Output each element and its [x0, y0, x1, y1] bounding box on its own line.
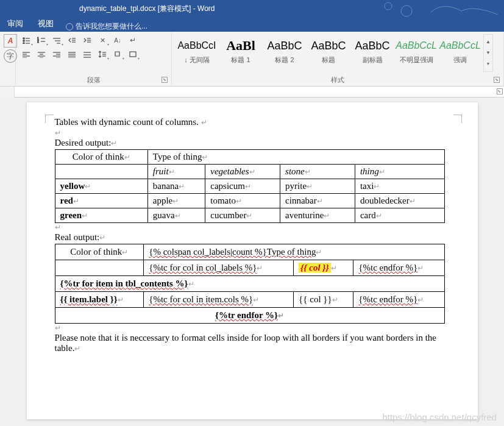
svg-point-0 — [385, 2, 392, 10]
style-item-emphasis[interactable]: AaBbCcL强调 — [439, 34, 481, 72]
paragraph-dialog-launch[interactable]: ⬊ — [161, 77, 168, 83]
t1-empty — [55, 165, 147, 179]
tell-me-text: 告诉我您想要做什么... — [76, 21, 147, 32]
svg-point-4 — [23, 40, 24, 41]
margin-mark-tl — [45, 115, 54, 123]
tab-view[interactable]: 视图 — [30, 16, 61, 32]
numbering-button[interactable]: 12▾ — [35, 34, 48, 46]
styles-group-label: 样式 ⬊ — [176, 74, 500, 85]
multilevel-list-button[interactable]: ▾ — [50, 34, 63, 46]
para-mark: ↵ — [55, 324, 461, 333]
paragraph-group: ▾ 12▾ ▾ ✕▾ A↓ ↵ ▾ ▾ ▾ 段落 ⬊ — [16, 32, 172, 86]
change-styles-button[interactable]: A — [4, 34, 17, 48]
style-item-subtle-emphasis[interactable]: AaBbCcL不明显强调 — [395, 34, 438, 72]
style-pane-group: A 字 — [0, 32, 16, 86]
real-output-table: Color of think↵ {% colspan col_labels|co… — [55, 244, 445, 324]
svg-point-6 — [23, 43, 24, 44]
t1-row-2: green↵ guava↵ cucumber↵ aventurine↵ card… — [55, 208, 444, 223]
style-item-title[interactable]: AaBbC标题 — [307, 34, 350, 72]
t2-r2c1: {%tc for col in col_labels %}↵ — [144, 260, 294, 276]
t2-r1c2: {% colspan col_labels|count %}Type of th… — [144, 244, 444, 260]
tab-review[interactable]: 审阅 — [0, 16, 30, 32]
svg-point-2 — [23, 38, 24, 39]
svg-rect-43 — [130, 52, 136, 57]
decrease-indent-button[interactable] — [65, 34, 79, 46]
desired-label: Desired output:↵ — [55, 138, 461, 148]
para-mark: ↵ — [55, 223, 461, 232]
titlebar: dynamic_table_tpl.docx [兼容模式] - Word — [0, 0, 504, 17]
ruler-dialog-launch[interactable]: ⬊ — [497, 88, 503, 94]
borders-button[interactable]: ▾ — [126, 48, 140, 60]
doc-heading: Tables with dynamic count of columns. ↵ — [55, 117, 461, 127]
margin-mark-tr — [453, 115, 462, 123]
styles-group: AaBbCcI↓ 无间隔 AaBl标题 1 AaBbC标题 2 AaBbC标题 … — [172, 32, 504, 86]
t1-sub-2: stone↵ — [280, 165, 355, 179]
window-title: dynamic_table_tpl.docx [兼容模式] - Word — [79, 4, 215, 14]
styles-down-icon[interactable]: ▼ — [484, 48, 492, 59]
t2-r5: {%tr endfor %}↵ — [55, 308, 444, 324]
svg-point-1 — [401, 5, 412, 16]
t1-hdr-type: Type of thing↵ — [147, 150, 444, 165]
styles-up-icon[interactable]: ▲ — [484, 37, 492, 48]
t2-r2c3: {%tc endfor %}↵ — [353, 260, 444, 276]
bullets-button[interactable]: ▾ — [20, 34, 33, 46]
styles-dialog-launch[interactable]: ⬊ — [494, 77, 500, 83]
t1-hdr-color: Color of think↵ — [55, 150, 147, 165]
asian-layout-button[interactable]: ✕▾ — [96, 34, 109, 46]
styles-gallery: AaBbCcI↓ 无间隔 AaBl标题 1 AaBbC标题 2 AaBbC标题 … — [176, 34, 481, 72]
ribbon-tabs: 审阅 视图 告诉我您想要做什么... — [0, 17, 504, 32]
ruler-corner — [0, 87, 15, 98]
styles-gallery-more[interactable]: ▲ ▼ ▾ — [483, 34, 493, 72]
style-item-subtitle[interactable]: AaBbC副标题 — [351, 34, 394, 72]
svg-text:2: 2 — [37, 40, 39, 43]
t2-r4c4: {%tc endfor %}↵ — [353, 292, 444, 308]
t2-r2blank — [55, 260, 144, 276]
t2-r4c2: {%tc for col in item.cols %}↵ — [144, 292, 294, 308]
align-right-button[interactable] — [50, 48, 63, 60]
styles-expand-icon[interactable]: ▾ — [484, 59, 492, 69]
t2-r1c1: Color of think↵ — [55, 244, 144, 260]
line-spacing-button[interactable]: ▾ — [96, 48, 109, 60]
tell-me[interactable]: 告诉我您想要做什么... — [66, 21, 147, 32]
titlebar-decoration — [370, 0, 504, 17]
increase-indent-button[interactable] — [80, 34, 94, 46]
align-center-button[interactable] — [35, 48, 48, 60]
character-border-button[interactable]: 字 — [4, 49, 17, 63]
t2-r3: {%tr for item in tbl_contents %}↵ — [55, 276, 444, 292]
sort-button[interactable]: A↓ — [111, 34, 124, 46]
horizontal-ruler[interactable]: ⬊ — [0, 87, 504, 98]
align-justify-button[interactable] — [65, 48, 79, 60]
desired-output-table: Color of think↵ Type of thing↵ fruit↵ ve… — [55, 149, 445, 223]
t2-r4c1: {{ item.label }}↵ — [55, 292, 144, 308]
style-item-noSpacing[interactable]: AaBbCcI↓ 无间隔 — [176, 34, 218, 72]
t1-row-1: red↵ apple↵ tomato↵ cinnabar↵ doubledeck… — [55, 194, 444, 208]
t2-r2c2: {{ col }}↵ — [294, 260, 353, 276]
t1-sub-3: thing↵ — [355, 165, 444, 179]
distribute-button[interactable] — [80, 48, 94, 60]
style-item-heading1[interactable]: AaBl标题 1 — [219, 34, 262, 72]
footer-note: Please note that it is neccessary to for… — [55, 333, 461, 353]
t1-sub-0: fruit↵ — [147, 165, 205, 179]
document-area[interactable]: Tables with dynamic count of columns. ↵ … — [0, 98, 504, 426]
lightbulb-icon — [66, 23, 73, 30]
para-mark: ↵ — [55, 129, 461, 138]
t1-row-0: yellow↵ banana↵ capsicum↵ pyrite↵ taxi↵ — [55, 179, 444, 194]
ribbon: A 字 ▾ 12▾ ▾ ✕▾ A↓ ↵ ▾ — [0, 32, 504, 87]
shading-button[interactable]: ▾ — [111, 48, 124, 60]
page[interactable]: Tables with dynamic count of columns. ↵ … — [27, 102, 478, 419]
align-left-button[interactable] — [20, 48, 33, 60]
style-item-heading2[interactable]: AaBbC标题 2 — [263, 34, 306, 72]
t2-r4c3: {{ col }}↵ — [294, 292, 353, 308]
paragraph-group-label: 段落 ⬊ — [20, 74, 168, 85]
show-marks-button[interactable]: ↵ — [126, 34, 140, 46]
t1-sub-1: vegetables↵ — [205, 165, 280, 179]
real-label: Real output:↵ — [55, 232, 461, 243]
